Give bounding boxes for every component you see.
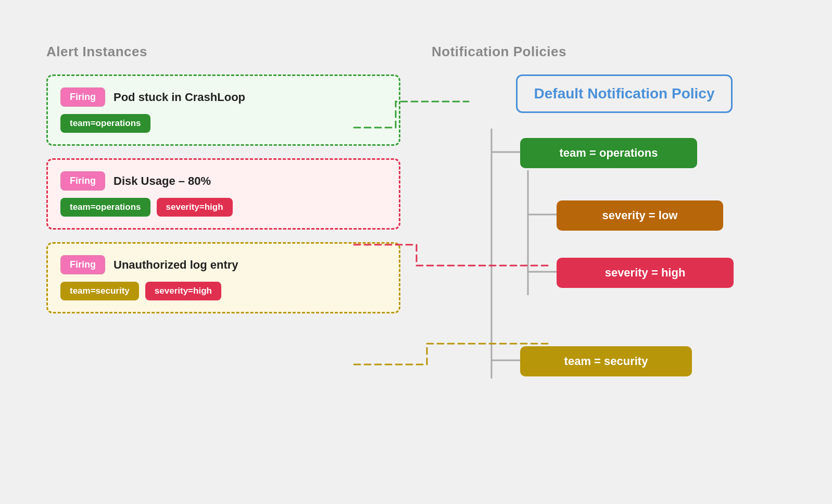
firing-badge-logentry: Firing [60, 255, 105, 274]
alert-card-diskusage: Firing Disk Usage – 80% team=operations … [46, 158, 400, 230]
alert-header-logentry: Firing Unauthorized log entry [60, 255, 386, 274]
policy-node-severity-high: severity = high [557, 258, 734, 288]
policy-node-severity-low: severity = low [557, 200, 723, 231]
alert-tags-diskusage: team=operations severity=high [60, 198, 386, 217]
alert-card-crashloop: Firing Pod stuck in CrashLoop team=opera… [46, 74, 400, 146]
left-panel: Alert Instances Firing Pod stuck in Cras… [46, 44, 400, 460]
alert-name-diskusage: Disk Usage – 80% [114, 174, 211, 188]
alert-cards: Firing Pod stuck in CrashLoop team=opera… [46, 74, 400, 313]
tag-logentry-severity: severity=high [145, 282, 221, 300]
alert-header-diskusage: Firing Disk Usage – 80% [60, 171, 386, 191]
alert-name-crashloop: Pod stuck in CrashLoop [114, 91, 245, 104]
left-panel-title: Alert Instances [46, 44, 400, 60]
alert-tags-crashloop: team=operations [60, 114, 386, 133]
alert-name-logentry: Unauthorized log entry [114, 258, 238, 272]
main-container: Alert Instances Firing Pod stuck in Cras… [31, 23, 801, 481]
alert-tags-logentry: team=security severity=high [60, 282, 386, 300]
tag-diskusage-severity: severity=high [157, 198, 233, 217]
tag-diskusage-team: team=operations [60, 198, 150, 217]
firing-badge-crashloop: Firing [60, 87, 105, 107]
tag-logentry-team: team=security [60, 282, 139, 300]
policy-node-operations: team = operations [520, 138, 697, 168]
default-policy-box: Default Notification Policy [516, 74, 733, 113]
right-panel: Notification Policies Default Notificati… [432, 44, 786, 460]
alert-card-logentry: Firing Unauthorized log entry team=secur… [46, 242, 400, 313]
policy-tree: Default Notification Policy [432, 74, 786, 446]
firing-badge-diskusage: Firing [60, 171, 105, 191]
policy-node-security: team = security [520, 346, 692, 376]
right-panel-title: Notification Policies [432, 44, 786, 60]
alert-header-crashloop: Firing Pod stuck in CrashLoop [60, 87, 386, 107]
tag-crashloop-team: team=operations [60, 114, 150, 133]
